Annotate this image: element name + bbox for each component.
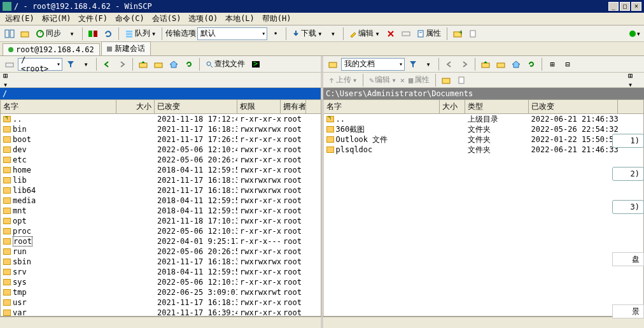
local-bookmark-icon[interactable]: ▾ [421,57,435,71]
file-row[interactable]: bin2021-11-17 16:18:37rwxrwxrwxroot [1,124,321,134]
sync-button[interactable]: 同步 [33,28,64,39]
minimize-button[interactable]: _ [608,2,619,11]
remote-drive-combo[interactable]: / <root> [18,58,62,71]
local-filter-icon[interactable] [406,57,420,71]
bg-option-2[interactable]: 2) [612,167,644,181]
upload-button[interactable]: 上传 ▾ [326,75,360,85]
remote-path[interactable]: / [0,88,321,99]
file-row[interactable]: lib2021-11-17 16:18:37rwxrwxrwxroot [1,175,321,185]
col-name-r[interactable]: 名字 [324,100,440,113]
session-icon[interactable] [18,27,32,41]
local-path[interactable]: C:\Users\Administrator\Documents [321,88,644,99]
col-perm[interactable]: 权限 [237,100,281,113]
file-row[interactable]: tmp2022-06-25 3:09:01rwxrwxrwtroot [1,287,321,297]
col-size[interactable]: 大小 [116,100,155,113]
local-newfolder-icon[interactable] [439,73,453,87]
tab-session[interactable]: root@192.168.4.62 [3,43,100,55]
file-row[interactable]: dev2022-05-06 12:10:40rwxr-xr-xroot [1,145,321,155]
toolbar-menu-icon[interactable]: ▾ [627,27,641,41]
local-up-icon[interactable] [479,57,493,71]
local-drive-icon[interactable] [326,57,340,71]
remote-filter-icon[interactable] [64,57,78,71]
file-row[interactable]: boot2021-11-17 17:26:56r-xr-xr-xroot [1,134,321,145]
remote-back-icon[interactable] [100,57,114,71]
remote-bookmark-icon[interactable]: ▾ [79,57,93,71]
menu-options[interactable]: 选项(O) [185,13,221,24]
rename-icon[interactable] [399,27,413,41]
col-type-r[interactable]: 类型 [465,100,529,113]
bg-item-disk[interactable]: 盘 [612,252,644,266]
local-new-icon[interactable]: ⊞ ▾ [627,73,641,87]
remote-forward-icon[interactable] [115,57,129,71]
col-owner[interactable]: 拥有者 [281,100,306,113]
local-properties-button[interactable]: ▦ 属性 [406,75,432,85]
file-row[interactable]: sys2022-05-06 12:10:35r-xr-xr-xroot [1,277,321,287]
remote-drive-icon[interactable] [3,57,17,71]
new-file-icon[interactable] [466,27,480,41]
file-row[interactable]: proc2022-05-06 12:10:30r-xr-xr-xroot [1,226,321,236]
menu-help[interactable]: 帮助(H) [258,13,295,24]
file-row[interactable]: srv2018-04-11 12:59:55rwxr-xr-xroot [1,267,321,277]
close-button[interactable]: × [631,2,641,11]
file-row[interactable]: plsqldoc文件夹2022-06-21 21:46:33 [324,145,644,155]
file-row[interactable]: ..上级目录2022-06-21 21:46:33 [324,114,644,124]
browse-icon[interactable]: ▾ [65,27,79,41]
file-row[interactable]: run2022-05-06 20:26:50rwxr-xr-xroot [1,246,321,257]
file-row[interactable]: root2022-04-01 9:25:17r-xr-x---root [1,236,321,246]
edit-button[interactable]: 编辑 ▾ [347,28,382,39]
col-changed[interactable]: 已改变 [155,100,237,113]
download-split-icon[interactable]: ▾ [326,27,340,41]
bg-option-1[interactable]: 1) [612,134,644,148]
maximize-button[interactable]: □ [620,2,630,11]
local-back-icon[interactable] [442,57,456,71]
local-edit-button[interactable]: ✎ 编辑 ▾ [367,75,398,85]
file-row[interactable]: home2018-04-11 12:59:55rwxr-xr-xroot [1,165,321,175]
file-row[interactable]: opt2021-11-18 17:10:30rwxr-xr-xroot [1,216,321,226]
menu-mark[interactable]: 标记(M) [38,13,75,24]
local-newfile-icon[interactable] [454,73,468,87]
bg-item-scene[interactable]: 景 [612,304,644,318]
queue-button[interactable]: 队列 ▾ [122,28,158,39]
col-name[interactable]: 名字 [1,100,116,113]
file-row[interactable]: 360截图文件夹2022-05-26 22:54:32 [324,124,644,134]
menu-file[interactable]: 文件(F) [74,13,111,24]
file-row[interactable]: ..2021-11-18 17:12:46r-xr-xr-xroot [1,114,321,124]
col-changed-r[interactable]: 已改变 [529,100,618,113]
transfer-settings-icon[interactable]: • [269,27,283,41]
file-row[interactable]: mnt2018-04-11 12:59:55rwxr-xr-xroot [1,206,321,216]
layout-icon[interactable] [3,27,17,41]
remote-refresh-icon[interactable] [182,57,196,71]
local-drive-combo[interactable]: 我的文档 [341,58,405,71]
file-row[interactable]: media2018-04-11 12:59:55rwxr-xr-xroot [1,196,321,206]
file-row[interactable]: Outlook 文件文件夹2022-01-22 15:50:57 [324,134,644,145]
transfer-options-combo[interactable]: 默认 [197,27,267,40]
remote-new-icon[interactable]: ⊞ ▾ [3,73,17,87]
bg-option-3[interactable]: 3) [612,200,644,214]
remote-up-icon[interactable] [136,57,150,71]
menu-remote[interactable]: 远程(E) [1,13,38,24]
find-files-button[interactable]: 查找文件 [203,59,248,69]
file-row[interactable]: var2021-11-17 16:39:48rwxr-xr-xroot [1,308,321,317]
download-button[interactable]: 下载 ▾ [290,28,325,39]
menu-session[interactable]: 会话(S) [148,13,185,24]
tab-new-session[interactable]: 新建会话 [101,41,151,55]
local-extras-1-icon[interactable]: ⊞ [545,57,559,71]
compare-icon[interactable] [86,27,100,41]
remote-terminal-icon[interactable]: > [249,57,263,71]
reload-icon[interactable] [101,27,115,41]
menu-command[interactable]: 命令(C) [111,13,148,24]
local-forward-icon[interactable] [458,57,472,71]
new-folder-icon[interactable]: + [451,27,465,41]
menu-local[interactable]: 本地(L) [221,13,258,24]
local-home-icon[interactable] [509,57,523,71]
remote-home-icon[interactable] [167,57,181,71]
file-row[interactable]: sbin2021-11-17 16:18:37rwxrwxrwxroot [1,257,321,267]
file-row[interactable]: lib642021-11-17 16:18:37rwxrwxrwxroot [1,185,321,196]
properties-button[interactable]: 属性 [414,28,444,39]
col-size-r[interactable]: 大小 [440,100,465,113]
local-refresh-icon[interactable] [524,57,538,71]
file-row[interactable]: usr2021-11-17 16:18:37rwxr-xr-xroot [1,297,321,308]
delete-icon[interactable] [384,27,398,41]
local-delete-icon[interactable]: ✕ [400,76,405,85]
local-extras-2-icon[interactable]: ⊟ [561,57,575,71]
